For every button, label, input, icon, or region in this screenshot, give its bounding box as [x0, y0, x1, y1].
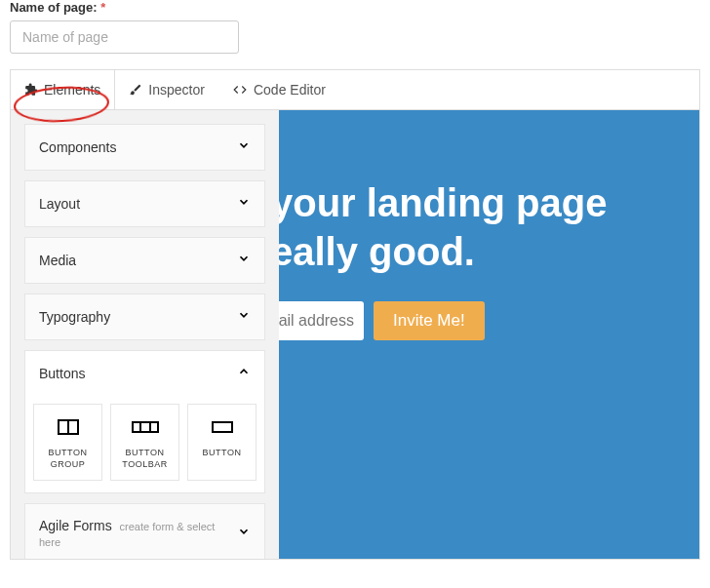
panel-buttons-label: Buttons [39, 366, 85, 381]
panel-buttons-body: BUTTON GROUP BUTTON TOOLBAR BUTTON [25, 396, 264, 492]
hero-line2: eally good. [279, 227, 699, 276]
chevron-down-icon [237, 252, 251, 269]
brush-icon [129, 83, 142, 97]
field-label-text: Name of page: [10, 0, 98, 15]
button-icon [190, 414, 254, 440]
hero-line1: your landing page [279, 178, 699, 227]
block-button-toolbar[interactable]: BUTTON TOOLBAR [110, 404, 179, 481]
tab-inspector[interactable]: Inspector [115, 70, 218, 109]
tab-elements[interactable]: Elements [11, 70, 115, 109]
required-asterisk: * [100, 0, 105, 15]
tab-inspector-label: Inspector [148, 82, 205, 98]
chevron-down-icon [237, 195, 251, 213]
panel-media[interactable]: Media [24, 237, 265, 284]
chevron-up-icon [237, 365, 251, 382]
block-button-toolbar-label: BUTTON TOOLBAR [113, 448, 177, 470]
block-button[interactable]: BUTTON [187, 404, 256, 481]
button-toolbar-icon [113, 414, 177, 440]
puzzle-icon [24, 83, 38, 97]
editor-tabs: Elements Inspector Code Editor [10, 69, 700, 109]
panel-agile-forms-label: Agile Forms create form & select here [39, 518, 237, 549]
workspace: Components Layout Media [10, 109, 700, 560]
panel-buttons-header[interactable]: Buttons [25, 351, 264, 396]
invite-button[interactable]: Invite Me! [374, 301, 485, 340]
svg-rect-5 [213, 422, 232, 432]
tab-code-editor-label: Code Editor [254, 82, 326, 98]
block-button-label: BUTTON [190, 448, 254, 459]
panel-components[interactable]: Components [24, 124, 265, 171]
code-icon [232, 83, 248, 97]
name-of-page-label: Name of page: * [10, 0, 700, 15]
block-button-group[interactable]: BUTTON GROUP [33, 404, 102, 481]
panel-typography-label: Typography [39, 309, 110, 325]
hero-headline: your landing page eally good. [279, 178, 699, 276]
panel-agile-forms[interactable]: Agile Forms create form & select here [24, 503, 265, 559]
name-of-page-input[interactable] [10, 20, 239, 54]
page-canvas[interactable]: your landing page eally good. Invite Me! [279, 110, 699, 559]
panel-typography[interactable]: Typography [24, 294, 265, 340]
panel-media-label: Media [39, 253, 76, 268]
tab-elements-label: Elements [44, 82, 100, 98]
panel-layout-label: Layout [39, 196, 80, 212]
agile-forms-text: Agile Forms [39, 518, 112, 533]
block-button-group-label: BUTTON GROUP [36, 448, 99, 470]
chevron-down-icon [237, 308, 251, 326]
svg-rect-2 [133, 422, 158, 432]
panel-components-label: Components [39, 139, 116, 155]
panel-layout[interactable]: Layout [24, 180, 265, 227]
chevron-down-icon [237, 525, 251, 542]
email-input[interactable] [279, 301, 364, 340]
tab-code-editor[interactable]: Code Editor [218, 70, 339, 109]
panel-buttons: Buttons BUTTON GROUP BUTTON TOOLBAR [24, 350, 265, 493]
chevron-down-icon [237, 138, 251, 156]
signup-form: Invite Me! [279, 301, 699, 340]
button-group-icon [36, 414, 99, 440]
elements-sidebar: Components Layout Media [11, 110, 279, 559]
